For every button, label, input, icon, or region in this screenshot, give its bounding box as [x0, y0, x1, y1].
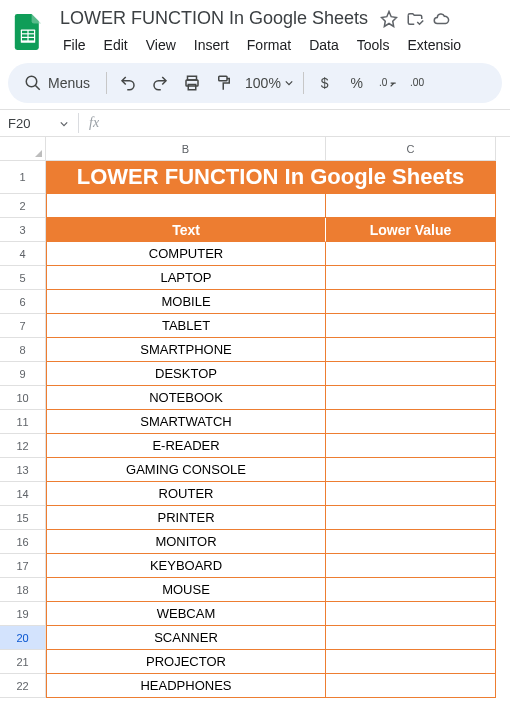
row-header[interactable]: 14 — [0, 482, 46, 506]
formula-bar[interactable] — [105, 110, 510, 136]
row-header[interactable]: 18 — [0, 578, 46, 602]
separator — [78, 113, 79, 133]
zoom-dropdown[interactable]: 100% — [241, 68, 297, 98]
svg-rect-6 — [29, 38, 34, 40]
text-cell[interactable]: WEBCAM — [46, 602, 326, 626]
row-header[interactable]: 9 — [0, 362, 46, 386]
row-header[interactable]: 20 — [0, 626, 46, 650]
row-header[interactable]: 16 — [0, 530, 46, 554]
star-icon[interactable] — [380, 10, 398, 28]
text-cell[interactable]: NOTEBOOK — [46, 386, 326, 410]
row-header[interactable]: 5 — [0, 266, 46, 290]
row-header[interactable]: 10 — [0, 386, 46, 410]
sheet-title-cell[interactable]: LOWER FUNCTION In Google Sheets — [46, 161, 496, 194]
text-cell[interactable]: SMARTWATCH — [46, 410, 326, 434]
text-cell[interactable]: ROUTER — [46, 482, 326, 506]
row-header[interactable]: 17 — [0, 554, 46, 578]
menu-insert[interactable]: Insert — [187, 33, 236, 57]
undo-button[interactable] — [113, 68, 143, 98]
svg-rect-1 — [22, 30, 27, 32]
value-cell[interactable] — [326, 242, 496, 266]
value-cell[interactable] — [326, 578, 496, 602]
cell[interactable] — [46, 194, 326, 218]
header-text-cell[interactable]: Text — [46, 218, 326, 242]
move-icon[interactable] — [406, 10, 424, 28]
value-cell[interactable] — [326, 458, 496, 482]
text-cell[interactable]: HEADPHONES — [46, 674, 326, 698]
cell[interactable] — [326, 194, 496, 218]
menu-extensions[interactable]: Extensio — [400, 33, 468, 57]
search-menus-button[interactable]: Menus — [14, 68, 100, 98]
text-cell[interactable]: TABLET — [46, 314, 326, 338]
value-cell[interactable] — [326, 650, 496, 674]
column-header-B[interactable]: B — [46, 137, 326, 161]
menu-data[interactable]: Data — [302, 33, 346, 57]
currency-button[interactable]: $ — [310, 68, 340, 98]
text-cell[interactable]: MONITOR — [46, 530, 326, 554]
name-box[interactable]: F20 — [0, 116, 60, 131]
cloud-icon[interactable] — [432, 10, 450, 28]
value-cell[interactable] — [326, 386, 496, 410]
header-value-cell[interactable]: Lower Value — [326, 218, 496, 242]
value-cell[interactable] — [326, 266, 496, 290]
value-cell[interactable] — [326, 434, 496, 458]
text-cell[interactable]: LAPTOP — [46, 266, 326, 290]
print-button[interactable] — [177, 68, 207, 98]
value-cell[interactable] — [326, 602, 496, 626]
svg-rect-3 — [22, 34, 27, 36]
sheets-logo[interactable] — [8, 12, 48, 52]
menu-tools[interactable]: Tools — [350, 33, 397, 57]
value-cell[interactable] — [326, 554, 496, 578]
row-header[interactable]: 6 — [0, 290, 46, 314]
value-cell[interactable] — [326, 338, 496, 362]
text-cell[interactable]: DESKTOP — [46, 362, 326, 386]
text-cell[interactable]: GAMING CONSOLE — [46, 458, 326, 482]
text-cell[interactable]: KEYBOARD — [46, 554, 326, 578]
value-cell[interactable] — [326, 506, 496, 530]
row-header[interactable]: 12 — [0, 434, 46, 458]
row-header[interactable]: 13 — [0, 458, 46, 482]
text-cell[interactable]: E-READER — [46, 434, 326, 458]
value-cell[interactable] — [326, 674, 496, 698]
menu-view[interactable]: View — [139, 33, 183, 57]
row-header[interactable]: 3 — [0, 218, 46, 242]
row-header[interactable]: 1 — [0, 161, 46, 194]
value-cell[interactable] — [326, 314, 496, 338]
percent-button[interactable]: % — [342, 68, 372, 98]
menu-edit[interactable]: Edit — [97, 33, 135, 57]
select-all-corner[interactable] — [0, 137, 46, 161]
text-cell[interactable]: MOBILE — [46, 290, 326, 314]
text-cell[interactable]: SCANNER — [46, 626, 326, 650]
value-cell[interactable] — [326, 626, 496, 650]
value-cell[interactable] — [326, 530, 496, 554]
value-cell[interactable] — [326, 482, 496, 506]
row-header[interactable]: 7 — [0, 314, 46, 338]
row-header[interactable]: 15 — [0, 506, 46, 530]
column-header-C[interactable]: C — [326, 137, 496, 161]
row-header[interactable]: 21 — [0, 650, 46, 674]
paint-format-button[interactable] — [209, 68, 239, 98]
text-cell[interactable]: MOUSE — [46, 578, 326, 602]
value-cell[interactable] — [326, 362, 496, 386]
value-cell[interactable] — [326, 290, 496, 314]
svg-line-8 — [35, 85, 40, 90]
increase-decimal-button[interactable]: .00 — [406, 68, 436, 98]
row-header[interactable]: 19 — [0, 602, 46, 626]
value-cell[interactable] — [326, 410, 496, 434]
document-title[interactable]: LOWER FUNCTION In Google Sheets — [56, 6, 372, 31]
redo-button[interactable] — [145, 68, 175, 98]
decrease-decimal-button[interactable]: .0 — [374, 68, 404, 98]
text-cell[interactable]: PRINTER — [46, 506, 326, 530]
row-header[interactable]: 2 — [0, 194, 46, 218]
row-header[interactable]: 8 — [0, 338, 46, 362]
row-header[interactable]: 22 — [0, 674, 46, 698]
menu-file[interactable]: File — [56, 33, 93, 57]
text-cell[interactable]: PROJECTOR — [46, 650, 326, 674]
menu-format[interactable]: Format — [240, 33, 298, 57]
text-cell[interactable]: COMPUTER — [46, 242, 326, 266]
toolbar-separator — [106, 72, 107, 94]
name-box-dropdown-icon[interactable] — [60, 116, 74, 131]
row-header[interactable]: 11 — [0, 410, 46, 434]
row-header[interactable]: 4 — [0, 242, 46, 266]
text-cell[interactable]: SMARTPHONE — [46, 338, 326, 362]
